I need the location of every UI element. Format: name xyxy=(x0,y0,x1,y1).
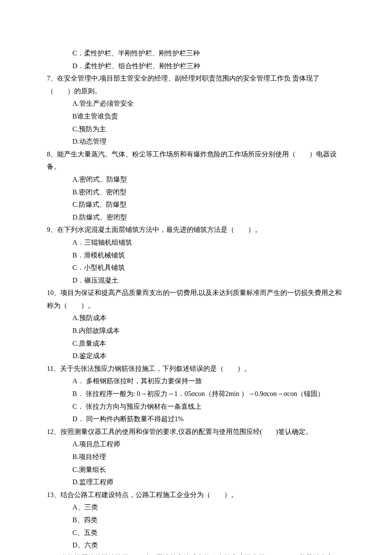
q14-text: 14、当路堤原地基横坡陡于1：5时，原地基应挖成台阶，台阶宽度不小于（ ），并予… xyxy=(47,552,345,555)
q11-option-d: D． 同一构件内断筋数量不得超过1% xyxy=(47,413,345,425)
q13-option-a: A、三类 xyxy=(47,501,345,514)
q8-text: 8、能产生大量蒸汽、气体、粉尘等工作场所和有爆炸危险的工作场所应分别使用（ ）电… xyxy=(47,148,345,173)
q8-option-c: C.防爆式、防爆型 xyxy=(47,198,345,211)
q6-option-c: C．柔性护栏、半刚性护栏、刚性护栏三种 xyxy=(47,47,345,60)
q12-option-a: A.项目总工程师 xyxy=(47,438,345,451)
q10-option-a: A.预防成本 xyxy=(47,312,345,324)
q10-option-c: C.质量成本 xyxy=(47,337,345,350)
q8-option-b: B.密闭式、密闭型 xyxy=(47,186,345,199)
q7-option-d: D.动态管理 xyxy=(47,135,345,148)
q7-option-a: A.管生产必须管安全 xyxy=(47,97,345,110)
q13-option-c: C、五类 xyxy=(47,526,345,539)
q10-text: 10、项目为保证和提高产品质量而支出的一切费用,以及未达到质量标准而产生的一切损… xyxy=(47,286,345,312)
q9-option-d: D．碾压混凝土 xyxy=(47,274,345,287)
q13-option-b: B、四类 xyxy=(47,514,345,526)
q9-option-a: A．三辊轴机组铺筑 xyxy=(47,236,345,249)
q7-text: 7、在安全管理中,项目部主管安全的经理、副经理对职责范围内的安全管理工作负 责体… xyxy=(47,72,345,97)
q12-text: 12、按照测量仪器工具的使用和保管的要求,仪器的配置与使用范围应经( )签认确定… xyxy=(47,425,345,438)
q8-option-d: D.防爆式、密闭型 xyxy=(47,211,345,224)
q13-option-d: D、六类 xyxy=(47,539,345,552)
q11-text: 11、关于先张法预应力钢筋张拉施工，下列叙述错误的是（ ）。 xyxy=(47,362,345,375)
q12-option-b: B.项目经理 xyxy=(47,451,345,463)
q9-text: 9、在下列水泥混凝土面层铺筑方法中，最先进的铺筑方法是（ ）。 xyxy=(47,223,345,236)
q11-option-b: B． 张拉程序一般为: 0→初应力→1．05σcon（持荷2min ）→0.9σ… xyxy=(47,387,345,400)
q10-option-d: D.鉴定成本 xyxy=(47,350,345,362)
q9-option-b: B．滑模机械铺筑 xyxy=(47,249,345,262)
q8-option-a: A.密闭式、防爆型 xyxy=(47,173,345,186)
q11-option-a: A． 多根钢筋张拉时，其初应力要保持一致 xyxy=(47,375,345,387)
q6-option-d: D．柔性护栏、组合性护栏、刚性护栏三种 xyxy=(47,60,345,72)
q12-option-d: D.监理工程师 xyxy=(47,476,345,489)
q13-text: 13、结合公路工程建设特点，公路工程施工企业分为（ ）。 xyxy=(47,489,345,501)
q7-option-b: B谁主管谁负责 xyxy=(47,110,345,123)
q11-option-c: C． 张拉力方向与预应力钢材在一条直线上 xyxy=(47,400,345,413)
q10-option-b: B.内部故障成本 xyxy=(47,324,345,337)
q12-option-c: C.测量组长 xyxy=(47,463,345,476)
q7-option-c: C.预防为主 xyxy=(47,123,345,136)
q9-option-c: C．小型机具铺筑 xyxy=(47,261,345,274)
